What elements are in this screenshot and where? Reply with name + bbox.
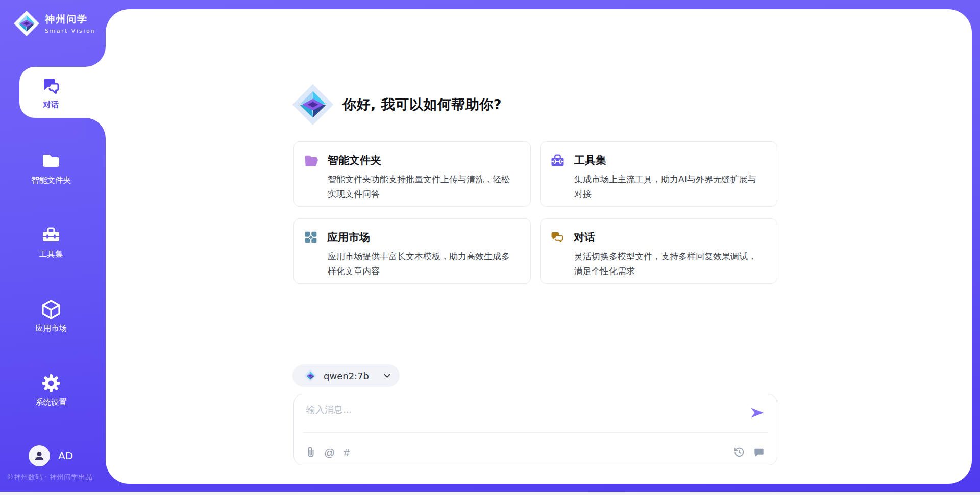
app-title: 神州问学	[45, 13, 96, 26]
at-sign-icon: @	[324, 447, 335, 458]
card-title: 工具集	[574, 153, 606, 167]
card-title: 应用市场	[327, 230, 370, 244]
app-window: 神州问学 Smart Vision 对话 智能文件夹	[0, 0, 980, 495]
message-composer: @ #	[293, 394, 777, 465]
user-name: AD	[58, 450, 73, 462]
card-chat[interactable]: 对话 灵活切换多模型文件，支持多样回复效果调试，满足个性化需求	[540, 218, 777, 284]
model-name: qwen2:7b	[324, 370, 377, 381]
composer-divider	[303, 432, 768, 433]
copyright-footer: ©神州数码 · 神州问学出品	[7, 473, 92, 482]
card-title: 智能文件夹	[328, 153, 381, 167]
chevron-down-icon	[384, 374, 390, 378]
hash-icon: #	[344, 447, 350, 458]
brand-logo: 神州问学 Smart Vision	[13, 10, 96, 37]
brand-gem-icon	[13, 10, 40, 37]
greeting-title: 你好, 我可以如何帮助你?	[342, 95, 502, 114]
card-app-market[interactable]: 应用市场 应用市场提供丰富长文本模板，助力高效生成多样化文章内容	[293, 218, 531, 284]
card-description: 集成市场上主流工具，助力AI与外界无缝扩展与对接	[574, 172, 765, 202]
model-selector[interactable]: qwen2:7b	[292, 364, 400, 387]
sidebar-item-label: 工具集	[0, 249, 102, 260]
chat-icon	[551, 231, 564, 243]
sidebar-item-label: 对话	[0, 100, 102, 110]
feature-cards: 智能文件夹 智能文件夹功能支持批量文件上传与清洗，轻松实现文件问答 工具集 集成…	[293, 141, 777, 284]
sidebar-item-app-market[interactable]: 应用市场	[0, 299, 102, 334]
sidebar-item-label: 智能文件夹	[0, 175, 102, 186]
topic-button[interactable]: #	[344, 447, 350, 458]
tab-fillet-top	[85, 46, 106, 67]
history-icon	[733, 447, 745, 458]
send-icon	[750, 407, 765, 419]
card-toolset[interactable]: 工具集 集成市场上主流工具，助力AI与外界无缝扩展与对接	[540, 141, 777, 207]
grid-icon	[304, 231, 317, 244]
tab-fillet-bottom	[85, 118, 106, 138]
sidebar: 神州问学 Smart Vision 对话 智能文件夹	[0, 0, 106, 495]
message-input[interactable]	[306, 404, 740, 429]
composer-toolbar: @ #	[306, 438, 765, 466]
cube-icon	[41, 299, 61, 319]
card-smart-folder[interactable]: 智能文件夹 智能文件夹功能支持批量文件上传与清洗，轻松实现文件问答	[293, 141, 531, 207]
greeting: 你好, 我可以如何帮助你?	[291, 83, 502, 126]
main-content: 你好, 我可以如何帮助你? 智能文件夹 智能文件夹功能支持批量文件上传与清洗，轻…	[293, 0, 777, 495]
paperclip-icon	[306, 447, 315, 458]
mention-button[interactable]: @	[324, 447, 335, 458]
new-chat-button[interactable]	[753, 447, 765, 458]
folder-icon	[41, 151, 61, 171]
sidebar-item-chat[interactable]: 对话	[0, 76, 102, 110]
user-account[interactable]: AD	[29, 445, 73, 466]
horizontal-scrollbar[interactable]	[0, 492, 980, 495]
avatar	[29, 445, 50, 466]
gear-icon	[41, 373, 61, 393]
card-description: 智能文件夹功能支持批量文件上传与清洗，轻松实现文件问答	[328, 172, 518, 202]
history-button[interactable]	[733, 447, 745, 458]
person-icon	[33, 449, 46, 462]
app-subtitle: Smart Vision	[45, 28, 96, 34]
toolbox-icon	[551, 154, 565, 167]
card-description: 灵活切换多模型文件，支持多样回复效果调试，满足个性化需求	[574, 249, 765, 279]
send-button[interactable]	[750, 407, 765, 420]
sidebar-item-label: 应用市场	[0, 323, 102, 334]
sidebar-item-settings[interactable]: 系统设置	[0, 373, 102, 408]
attach-file-button[interactable]	[306, 447, 315, 458]
sidebar-item-smart-folder[interactable]: 智能文件夹	[0, 151, 102, 186]
chat-icon	[41, 76, 61, 96]
card-description: 应用市场提供丰富长文本模板，助力高效生成多样化文章内容	[328, 249, 518, 279]
sidebar-item-label: 系统设置	[0, 397, 102, 408]
card-title: 对话	[574, 230, 595, 244]
folder-open-icon	[304, 154, 318, 166]
chat-bubble-icon	[753, 447, 765, 458]
gem-logo-icon	[304, 369, 317, 382]
greeting-gem-icon	[291, 83, 334, 126]
sidebar-item-toolset[interactable]: 工具集	[0, 225, 102, 260]
toolbox-icon	[41, 225, 61, 245]
